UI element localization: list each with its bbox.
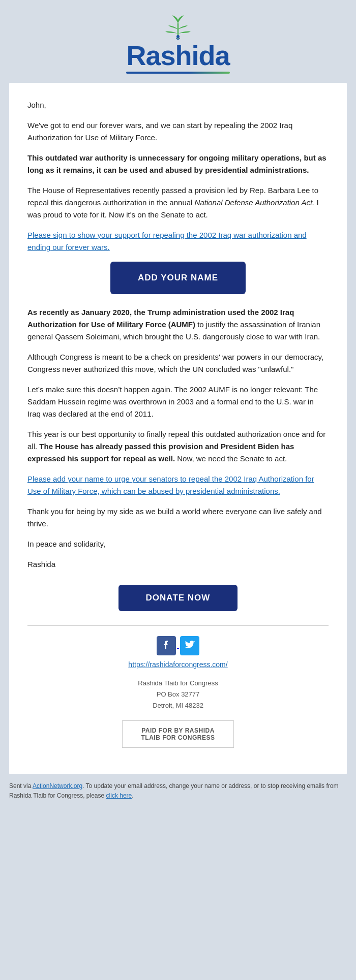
paid-for-text: PAID FOR BY RASHIDA TLAIB FOR CONGRESS bbox=[141, 727, 215, 741]
main-card: John, We've got to end our forever wars,… bbox=[9, 83, 347, 774]
logo-container: Rashida bbox=[126, 14, 229, 74]
sent-via-text: Sent via bbox=[9, 782, 33, 789]
address-line-1: Rashida Tlaib for Congress bbox=[27, 678, 329, 689]
paragraph-4: As recently as January 2020, the Trump a… bbox=[27, 306, 329, 343]
cta-link-1[interactable]: Please sign to show your support for rep… bbox=[27, 229, 329, 254]
twitter-icon[interactable] bbox=[180, 636, 199, 655]
facebook-icon[interactable] bbox=[157, 636, 176, 655]
donate-button-container: DONATE NOW bbox=[27, 585, 329, 611]
social-row bbox=[27, 636, 329, 655]
address-line-2: PO Box 32777 bbox=[27, 689, 329, 700]
facebook-link[interactable] bbox=[156, 641, 179, 649]
facebook-svg bbox=[161, 640, 171, 652]
paragraph-5: Although Congress is meant to be a check… bbox=[27, 351, 329, 375]
paragraph-6: Let’s make sure this doesn’t happen agai… bbox=[27, 384, 329, 420]
unsubscribe-link[interactable]: click here bbox=[106, 792, 132, 799]
logo-text: Rashida bbox=[126, 42, 229, 69]
twitter-link[interactable] bbox=[179, 641, 200, 649]
footer-note: Sent via ActionNetwork.org. To update yo… bbox=[0, 774, 356, 810]
header: Rashida bbox=[0, 0, 356, 83]
address-block: Rashida Tlaib for Congress PO Box 32777 … bbox=[27, 678, 329, 711]
donate-button[interactable]: DONATE NOW bbox=[118, 585, 238, 611]
cta-link-2-anchor[interactable]: Please add your name to urge your senato… bbox=[27, 475, 314, 495]
paid-for-box: PAID FOR BY RASHIDA TLAIB FOR CONGRESS bbox=[122, 720, 234, 748]
logo-underline bbox=[126, 72, 229, 74]
paragraph-7: This year is our best opportunity to fin… bbox=[27, 428, 329, 465]
add-name-button[interactable]: ADD YOUR NAME bbox=[110, 262, 246, 294]
address-line-3: Detroit, MI 48232 bbox=[27, 700, 329, 711]
twitter-svg bbox=[184, 640, 195, 652]
signature: Rashida bbox=[27, 558, 329, 571]
add-name-button-container: ADD YOUR NAME bbox=[27, 262, 329, 294]
svg-point-1 bbox=[176, 35, 180, 38]
paragraph-2: This outdated war authority is unnecessa… bbox=[27, 152, 329, 176]
paragraph-8: Thank you for being by my side as we bui… bbox=[27, 505, 329, 530]
greeting: John, bbox=[27, 99, 329, 111]
website-anchor[interactable]: https://rashidaforcongress.com/ bbox=[128, 660, 227, 669]
paragraph-9: In peace and solidarity, bbox=[27, 538, 329, 550]
website-link[interactable]: https://rashidaforcongress.com/ bbox=[27, 660, 329, 669]
paragraph-3: The House of Representatives recently pa… bbox=[27, 184, 329, 221]
divider bbox=[27, 625, 329, 626]
italic-text: National Defense Authorization Act. bbox=[195, 198, 315, 207]
footer-note-end: . bbox=[132, 792, 133, 799]
cta-link-2[interactable]: Please add your name to urge your senato… bbox=[27, 473, 329, 497]
cta-link-1-anchor[interactable]: Please sign to show your support for rep… bbox=[27, 231, 307, 251]
paragraph-1: We've got to end our forever wars, and w… bbox=[27, 119, 329, 144]
logo-leaves-icon bbox=[160, 14, 196, 40]
page-wrapper: Rashida John, We've got to end our forev… bbox=[0, 0, 356, 810]
action-network-link[interactable]: ActionNetwork.org bbox=[33, 782, 82, 789]
